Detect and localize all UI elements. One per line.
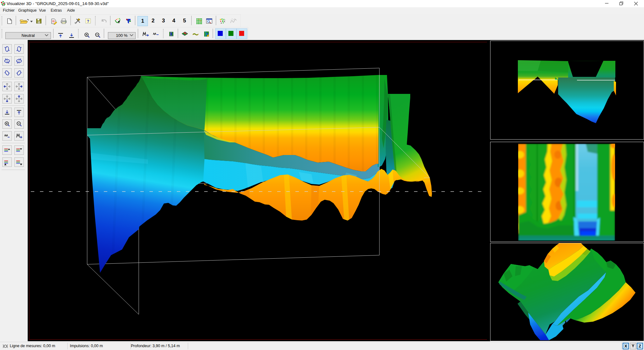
svg-text:?: ? xyxy=(87,19,89,24)
